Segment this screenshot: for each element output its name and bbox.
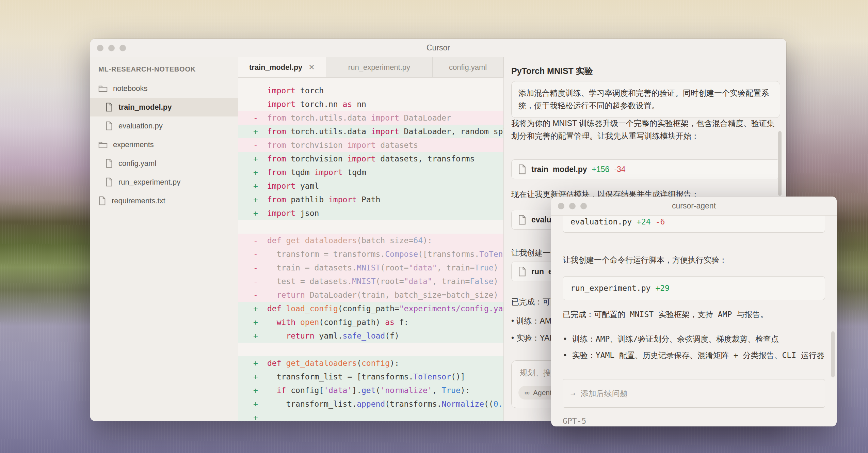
minimize-window-button[interactable]	[108, 45, 115, 51]
code-text: from torchvision import datasets	[267, 141, 418, 150]
file-icon	[105, 177, 113, 187]
code-text: import yaml	[267, 182, 319, 190]
tab-run-experiment-py[interactable]: run_experiment.py	[326, 57, 433, 77]
code-line[interactable]: +from torchvision import datasets, trans…	[238, 152, 503, 166]
tab-config-yaml[interactable]: config.yaml	[433, 57, 503, 77]
traffic-lights[interactable]	[97, 45, 126, 51]
sidebar-item-config-yaml[interactable]: config.yaml	[90, 154, 238, 173]
code-line[interactable]: + transform_list.append(transforms.Norma…	[238, 397, 503, 411]
code-diff-area[interactable]: import torchimport torch.nn as nn-from t…	[238, 78, 503, 421]
close-window-button[interactable]	[97, 45, 103, 51]
file-icon	[518, 164, 527, 174]
diff-added-sign: +	[251, 413, 261, 421]
code-text: test = datasets.MNIST(root="data", train…	[267, 277, 498, 286]
traffic-lights[interactable]	[558, 203, 587, 209]
code-line[interactable]: - transform = transforms.Compose([transf…	[238, 247, 503, 261]
diff-removed-sign: -	[251, 236, 261, 245]
file-chip-name: evaluation.py	[570, 217, 632, 226]
code-line[interactable]: import torch.nn as nn	[238, 97, 503, 111]
diff-removed-sign: -	[251, 263, 261, 272]
diff-removed-sign: -	[251, 277, 261, 286]
agent-conversation[interactable]: evaluation.py +24 -6 让我创建一个命令行运行脚本，方便执行实…	[551, 216, 837, 426]
code-text: from torch.utils.data import DataLoader,…	[267, 127, 503, 136]
code-line[interactable]: +from pathlib import Path	[238, 193, 503, 206]
file-icon	[98, 196, 106, 205]
file-chip-train-model[interactable]: train_model.py +156 -34	[511, 159, 780, 179]
code-line[interactable]: +def load_config(config_path="experiment…	[238, 302, 503, 315]
diff-added-sign: +	[251, 154, 261, 163]
code-line[interactable]: -from torch.utils.data import DataLoader	[238, 111, 503, 125]
diff-added-sign: +	[251, 182, 261, 190]
code-line[interactable]	[238, 343, 503, 356]
code-text: def get_dataloaders(config):	[267, 359, 399, 368]
sidebar-item-train-model-py[interactable]: train_model.py	[90, 98, 238, 116]
file-icon	[518, 266, 527, 277]
close-window-button[interactable]	[558, 203, 564, 209]
code-line[interactable]: - return DataLoader(train, batch_size=ba…	[238, 288, 503, 302]
sidebar-item-run-experiment-py[interactable]: run_experiment.py	[90, 173, 238, 191]
agent-mode-label: Agent	[533, 389, 552, 397]
diff-added-sign: +	[251, 318, 261, 327]
editor-tab-bar: train_model.py✕run_experiment.pyconfig.y…	[238, 57, 503, 78]
code-line[interactable]: -def get_dataloaders(batch_size=64):	[238, 234, 503, 247]
sidebar-item-experiments[interactable]: experiments	[90, 135, 238, 154]
code-line[interactable]: +from torch.utils.data import DataLoader…	[238, 125, 503, 138]
infinity-icon: ∞	[525, 389, 530, 397]
sidebar-item-label: experiments	[113, 140, 154, 149]
zoom-window-button[interactable]	[580, 203, 587, 209]
folder-icon	[98, 141, 108, 149]
zoom-window-button[interactable]	[119, 45, 126, 51]
sidebar-item-requirements-txt[interactable]: requirements.txt	[90, 191, 238, 210]
folder-icon	[98, 84, 108, 93]
code-line[interactable]: - test = datasets.MNIST(root="data", tra…	[238, 275, 503, 288]
agent-scrollbar[interactable]	[831, 331, 835, 377]
sidebar-item-label: run_experiment.py	[118, 178, 180, 187]
model-label[interactable]: GPT-5	[563, 417, 586, 425]
sidebar-item-label: train_model.py	[118, 103, 172, 112]
diff-removed-sign: -	[251, 113, 261, 122]
chat-title: PyTorch MNIST 实验	[511, 65, 593, 77]
sidebar-item-evaluation-py[interactable]: evaluation.py	[90, 116, 238, 135]
code-text: return DataLoader(train, batch_size=batc…	[267, 291, 498, 299]
code-text: from tqdm import tqdm	[267, 168, 366, 177]
sidebar-item-notebooks[interactable]: notebooks	[90, 79, 238, 98]
agent-titlebar[interactable]: cursor-agent	[551, 197, 837, 216]
code-line[interactable]: -from torchvision import datasets	[238, 138, 503, 152]
diff-added-sign: +	[251, 372, 261, 381]
code-line[interactable]: import torch	[238, 84, 503, 97]
file-explorer-sidebar: ML-RESEARCH-NOTEBOOK notebookstrain_mode…	[90, 57, 238, 421]
file-icon	[105, 159, 113, 168]
code-line[interactable]: +	[238, 411, 503, 421]
code-editor: train_model.py✕run_experiment.pyconfig.y…	[238, 57, 504, 421]
code-text: train = datasets.MNIST(root="data", trai…	[267, 263, 498, 272]
diff-added-sign: +	[251, 359, 261, 368]
agent-bullet-list: • 训练：AMP、训练/验证划分、余弦调度、梯度裁剪、检查点 • 实验：YAML…	[563, 331, 825, 363]
assistant-message: 我将为你的 MNIST 训练器升级一个完整的实验框架，包含混合精度、验证集划分和…	[511, 117, 780, 142]
minimize-window-button[interactable]	[569, 203, 576, 209]
agent-input-box[interactable]: → 添加后续问题	[563, 379, 825, 408]
code-line[interactable]: + return yaml.safe_load(f)	[238, 329, 503, 343]
code-line[interactable]: + with open(config_path) as f:	[238, 315, 503, 329]
user-message-bubble: 添加混合精度训练、学习率调度和完善的验证。同时创建一个实验配置系统，便于我轻松运…	[511, 81, 780, 118]
code-line[interactable]: +import json	[238, 206, 503, 220]
code-line[interactable]: +from tqdm import tqdm	[238, 166, 503, 179]
code-line[interactable]: + transform_list = [transforms.ToTensor(…	[238, 370, 503, 384]
agent-input-placeholder: 添加后续问题	[581, 388, 628, 399]
bullet-icon: •	[511, 316, 514, 325]
file-chip-run-experiment[interactable]: run_experiment.py +29	[563, 276, 825, 300]
code-line[interactable]	[238, 220, 503, 234]
main-titlebar[interactable]: Cursor	[90, 39, 786, 57]
tab-train-model-py[interactable]: train_model.py✕	[238, 57, 326, 77]
sidebar-item-label: evaluation.py	[118, 122, 163, 130]
bullet-icon: •	[563, 334, 567, 343]
close-tab-icon[interactable]: ✕	[308, 63, 315, 72]
code-line[interactable]: + if config['data'].get('normalize', Tru…	[238, 384, 503, 397]
file-chip-evaluation[interactable]: evaluation.py +24 -6	[563, 216, 825, 233]
tab-label: train_model.py	[249, 63, 302, 72]
code-line[interactable]: - train = datasets.MNIST(root="data", tr…	[238, 261, 503, 275]
added-count: +156	[592, 165, 610, 174]
code-line[interactable]: +import yaml	[238, 179, 503, 193]
diff-added-sign: +	[251, 304, 261, 313]
chat-scrollbar[interactable]	[778, 131, 782, 196]
code-line[interactable]: +def get_dataloaders(config):	[238, 356, 503, 370]
